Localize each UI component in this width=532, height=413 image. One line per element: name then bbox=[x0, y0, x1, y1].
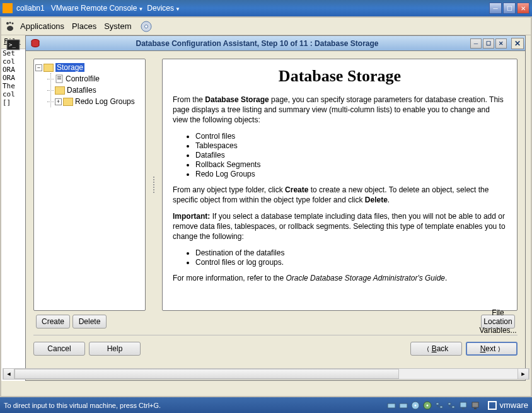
page-heading: Database Storage bbox=[173, 67, 507, 86]
reference-paragraph: For more information, refer to the Oracl… bbox=[173, 273, 507, 283]
svg-rect-12 bbox=[388, 404, 395, 408]
back-button[interactable]: ⟨Back bbox=[410, 342, 462, 356]
cancel-button[interactable]: Cancel bbox=[33, 342, 85, 356]
svg-point-17 bbox=[427, 404, 429, 406]
splitter-handle[interactable] bbox=[152, 59, 156, 311]
maximize-button[interactable]: ☐ bbox=[503, 3, 516, 14]
dbca-title: Database Configuration Assistant, Step 1… bbox=[45, 39, 470, 48]
terminal-text: ORA bbox=[1, 66, 27, 74]
svg-point-2 bbox=[9, 21, 11, 23]
mid-button-row: Create Delete File Location Variables... bbox=[33, 311, 518, 329]
controlfile-icon bbox=[55, 74, 64, 83]
folder-icon bbox=[63, 98, 73, 106]
svg-point-3 bbox=[12, 22, 14, 24]
svg-rect-10 bbox=[57, 76, 61, 78]
vmware-logo: vmware bbox=[488, 400, 528, 410]
horizontal-scrollbar[interactable]: ◄ ► bbox=[3, 368, 529, 380]
taskbar-terminal-icon[interactable]: >_ bbox=[1, 37, 25, 54]
menu-devices[interactable]: Devices▼ bbox=[147, 4, 180, 13]
monitor-icon[interactable] bbox=[470, 400, 480, 410]
chevron-right-icon: ⟩ bbox=[498, 346, 500, 352]
important-paragraph: Important: If you select a database temp… bbox=[173, 211, 507, 242]
menu-applications[interactable]: Applications bbox=[20, 21, 64, 31]
hdd-icon[interactable] bbox=[398, 400, 408, 410]
scroll-thumb[interactable] bbox=[14, 369, 399, 379]
collapse-icon[interactable]: − bbox=[35, 64, 42, 71]
terminal-text: col bbox=[1, 90, 27, 98]
svg-rect-23 bbox=[462, 408, 465, 409]
terminal-window-partial: File Set col ORA ORA The col [] bbox=[1, 35, 28, 381]
back-label: ack bbox=[437, 344, 449, 353]
cd-drive-icon[interactable] bbox=[140, 20, 153, 33]
list-item: Destination of the datafiles bbox=[195, 248, 507, 257]
create-button[interactable]: Create bbox=[36, 315, 70, 329]
close-button[interactable]: ✕ bbox=[517, 3, 529, 14]
tree-node-storage[interactable]: − Storage bbox=[35, 62, 144, 73]
terminal-text: The bbox=[1, 82, 27, 90]
chevron-left-icon: ⟨ bbox=[427, 346, 429, 352]
vm-host-label: collabn1 bbox=[16, 4, 45, 13]
svg-rect-21 bbox=[452, 406, 454, 408]
dbca-window: Database Configuration Assistant, Step 1… bbox=[25, 35, 526, 381]
svg-point-15 bbox=[415, 404, 417, 406]
vmware-boxes-icon bbox=[488, 401, 497, 410]
delete-button[interactable]: Delete bbox=[72, 315, 107, 329]
svg-rect-25 bbox=[474, 408, 477, 409]
svg-text:>_: >_ bbox=[9, 42, 16, 48]
network-icon[interactable] bbox=[434, 400, 444, 410]
list-item: Datafiles bbox=[195, 151, 507, 160]
close-all-button[interactable]: ✕ bbox=[511, 38, 524, 49]
terminal-text: ORA bbox=[1, 74, 27, 82]
separator bbox=[33, 335, 518, 335]
device-status-icons bbox=[386, 400, 480, 410]
minimize-button[interactable]: ─ bbox=[470, 38, 482, 49]
gnome-foot-icon[interactable] bbox=[4, 20, 16, 33]
chevron-down-icon: ▼ bbox=[138, 6, 143, 12]
list-item: Redo Log Groups bbox=[195, 170, 507, 178]
objects-list: Control files Tablespaces Datafiles Roll… bbox=[195, 132, 507, 178]
scroll-track[interactable] bbox=[14, 369, 518, 379]
chevron-down-icon: ▼ bbox=[175, 6, 180, 12]
storage-tree[interactable]: − Storage Controlfile Da bbox=[33, 59, 146, 311]
tree-node-datafiles[interactable]: Datafiles bbox=[51, 84, 144, 96]
content-panel: Database Storage From the Database Stora… bbox=[162, 59, 518, 311]
close-button[interactable]: ✕ bbox=[495, 38, 507, 49]
scroll-left-icon[interactable]: ◄ bbox=[3, 369, 14, 379]
svg-rect-18 bbox=[436, 403, 439, 405]
svg-point-5 bbox=[145, 25, 148, 28]
terminal-text: [] bbox=[1, 98, 27, 107]
tree-node-controlfile[interactable]: Controlfile bbox=[51, 73, 144, 84]
minimize-button[interactable]: ─ bbox=[489, 3, 502, 14]
help-button[interactable]: Help bbox=[89, 342, 141, 356]
svg-point-1 bbox=[6, 22, 9, 25]
svg-rect-13 bbox=[400, 404, 407, 408]
next-button[interactable]: Next⟩ bbox=[466, 342, 518, 356]
list-item: Rollback Segments bbox=[195, 160, 507, 169]
hdd-icon[interactable] bbox=[386, 400, 396, 410]
list-item: Control files bbox=[195, 132, 507, 141]
terminal-text: col bbox=[1, 57, 27, 66]
scroll-right-icon[interactable]: ► bbox=[518, 369, 529, 379]
maximize-button[interactable]: ☐ bbox=[483, 38, 494, 49]
status-hint: To direct input to this virtual machine,… bbox=[4, 402, 161, 409]
dbca-body: − Storage Controlfile Da bbox=[26, 51, 525, 380]
network-icon[interactable] bbox=[446, 400, 456, 410]
guest-os-area: Applications Places System >_ File Set c… bbox=[0, 16, 532, 397]
monitor-icon[interactable] bbox=[458, 400, 468, 410]
menu-places[interactable]: Places bbox=[72, 21, 96, 31]
next-label: ext bbox=[485, 344, 495, 353]
svg-rect-24 bbox=[472, 402, 478, 407]
file-location-variables-button[interactable]: File Location Variables... bbox=[481, 315, 515, 329]
template-list: Destination of the datafiles Control fil… bbox=[195, 248, 507, 267]
wizard-button-row: Cancel Help ⟨Back Next⟩ bbox=[33, 342, 518, 356]
tree-node-redo-log-groups[interactable]: + Redo Log Groups bbox=[51, 96, 144, 107]
cd-icon[interactable] bbox=[422, 400, 432, 410]
cd-icon[interactable] bbox=[410, 400, 420, 410]
expand-icon[interactable]: + bbox=[55, 98, 62, 105]
vmware-app-icon bbox=[3, 3, 13, 13]
menu-vmware-remote-console[interactable]: VMware Remote Console▼ bbox=[51, 4, 144, 13]
vmware-titlebar: collabn1 VMware Remote Console▼ Devices▼… bbox=[0, 0, 532, 16]
svg-rect-20 bbox=[448, 403, 451, 405]
menu-system[interactable]: System bbox=[104, 21, 131, 31]
svg-rect-11 bbox=[57, 78, 61, 79]
